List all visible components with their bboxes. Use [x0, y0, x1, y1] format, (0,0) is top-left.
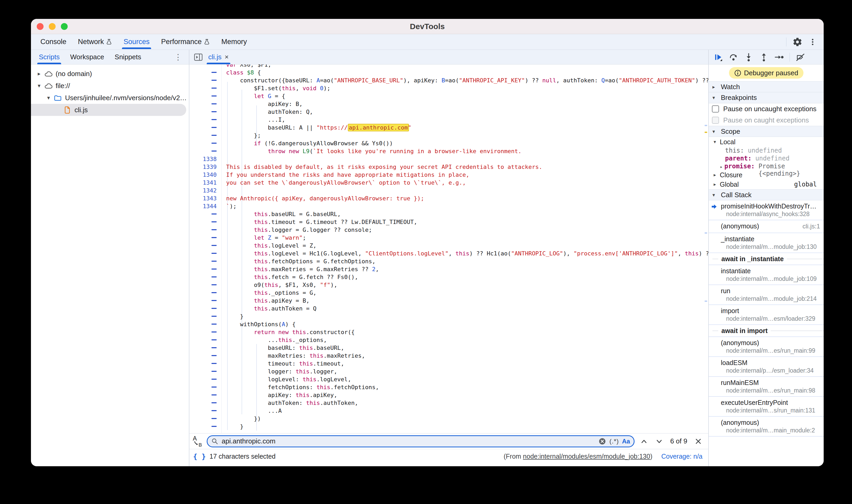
code-line[interactable]: class $8 {: [226, 69, 708, 76]
minimize-window-button[interactable]: [49, 23, 56, 30]
gutter-mapping-dash[interactable]: [190, 297, 221, 305]
code-line[interactable]: this.logLevel = Hc1(G.logLevel, "ClientO…: [226, 250, 708, 257]
next-match-button[interactable]: [653, 435, 665, 447]
gutter-mapping-dash[interactable]: [190, 132, 221, 140]
editor-tab-clijs[interactable]: cli.js ×: [205, 50, 232, 64]
gutter-mapping-dash[interactable]: [190, 344, 221, 352]
code-line[interactable]: this._options = G,: [226, 289, 708, 297]
call-stack-frame[interactable]: (anonymous)node:internal/m…es/run_main:9…: [709, 337, 824, 357]
code-line[interactable]: return new this.constructor({: [226, 328, 708, 336]
gutter-mapping-dash[interactable]: [190, 140, 221, 147]
code-line[interactable]: let Z = "warn";: [226, 234, 708, 242]
step-into-button[interactable]: [744, 52, 753, 62]
gutter-mapping-dash[interactable]: [190, 360, 221, 368]
gutter-mapping-dash[interactable]: [190, 210, 221, 218]
clear-search-icon[interactable]: [598, 437, 606, 445]
gutter-mapping-dash[interactable]: [190, 352, 221, 360]
code-line[interactable]: this.logger = G.logger ?? console;: [226, 226, 708, 234]
gutter-mapping-dash[interactable]: [190, 100, 221, 108]
callstack-section-header[interactable]: ▾ Call Stack: [709, 189, 824, 200]
gutter-mapping-dash[interactable]: [190, 85, 221, 92]
call-stack-frame[interactable]: loadESMnode:internal/p…/esm_loader:34: [709, 357, 824, 377]
gutter-mapping-dash[interactable]: [190, 415, 221, 423]
gutter-mapping-dash[interactable]: [190, 76, 221, 85]
code-line[interactable]: this.baseURL = G.baseURL,: [226, 210, 708, 218]
scope-global-section[interactable]: ▸ Global global: [709, 179, 824, 189]
gutter-mapping-dash[interactable]: [190, 376, 221, 383]
line-number-gutter[interactable]: 1338133913401341134213431344: [190, 65, 221, 431]
code-line[interactable]: maxRetries: this.maxRetries,: [226, 352, 708, 360]
gutter-mapping-dash[interactable]: [190, 92, 221, 100]
code-line[interactable]: timeout: this.timeout,: [226, 360, 708, 368]
gutter-mapping-dash[interactable]: [190, 116, 221, 124]
call-stack-frame[interactable]: instantiatenode:internal/m…module_job:10…: [709, 265, 824, 285]
navigator-tab-snippets[interactable]: Snippets: [109, 50, 146, 64]
previous-match-button[interactable]: [638, 435, 650, 447]
gutter-line-number[interactable]: [190, 65, 221, 69]
call-stack-frame[interactable]: (anonymous)node:internal/m…main_module:2: [709, 417, 824, 437]
gutter-mapping-dash[interactable]: [190, 234, 221, 242]
code-line[interactable]: o9(this, $F1, Xs0, "f"),: [226, 281, 708, 289]
code-line[interactable]: this.apiKey = B,: [226, 297, 708, 305]
code-line[interactable]: }: [226, 312, 708, 321]
call-stack-frame[interactable]: importnode:internal/m…esm/loader:329: [709, 305, 824, 325]
gutter-mapping-dash[interactable]: [190, 423, 221, 431]
code-line[interactable]: [226, 187, 708, 195]
scope-local-section[interactable]: ▾ Local: [709, 137, 824, 147]
gutter-mapping-dash[interactable]: [190, 257, 221, 265]
hide-navigator-button[interactable]: [192, 51, 205, 64]
gutter-mapping-dash[interactable]: [190, 273, 221, 281]
watch-section-header[interactable]: ▸ Watch: [709, 81, 824, 92]
code-line[interactable]: constructor({baseURL: A=ao("ANTHROPIC_BA…: [226, 76, 708, 85]
step-over-button[interactable]: [729, 52, 738, 62]
code-line[interactable]: if (!G.dangerouslyAllowBrowser && Ys0()): [226, 140, 708, 147]
code-line[interactable]: this.fetchOptions = G.fetchOptions,: [226, 257, 708, 265]
pause-uncaught-checkbox[interactable]: [712, 105, 719, 112]
settings-button[interactable]: [791, 36, 804, 48]
code-line[interactable]: apiKey: this.apiKey,: [226, 391, 708, 399]
call-stack-frame[interactable]: (anonymous)cli.js:1: [709, 220, 824, 233]
tree-expander-icon[interactable]: ▾: [45, 95, 52, 101]
code-line[interactable]: }: [226, 423, 708, 431]
zoom-window-button[interactable]: [61, 23, 68, 30]
code-editor[interactable]: 1338133913401341134213431344 var Xs0, $F…: [190, 65, 708, 433]
tree-item-file-[interactable]: ▾file://: [31, 80, 189, 92]
tree-item--no-domain-[interactable]: ▸(no domain): [31, 68, 189, 80]
gutter-line-number[interactable]: 1340: [190, 171, 221, 179]
code-line[interactable]: ...this._options,: [226, 336, 708, 344]
call-stack-frame[interactable]: runnode:internal/m…module_job:214: [709, 285, 824, 305]
gutter-line-number[interactable]: 1342: [190, 187, 221, 195]
tree-item-cli-js[interactable]: cli.js: [31, 104, 186, 116]
navigator-tab-scripts[interactable]: Scripts: [34, 50, 65, 64]
gutter-mapping-dash[interactable]: [190, 336, 221, 344]
code-line[interactable]: new Anthropic({ apiKey, dangerouslyAllow…: [226, 195, 708, 202]
gutter-line-number[interactable]: 1341: [190, 179, 221, 187]
gutter-mapping-dash[interactable]: [190, 399, 221, 407]
breakpoints-section-header[interactable]: ▾ Breakpoints: [709, 92, 824, 103]
gutter-mapping-dash[interactable]: [190, 328, 221, 336]
main-tab-sources[interactable]: Sources: [118, 34, 155, 50]
code-line[interactable]: ...I,: [226, 116, 708, 124]
code-line[interactable]: apiKey: B,: [226, 100, 708, 108]
gutter-line-number[interactable]: 1338: [190, 155, 221, 163]
code-line[interactable]: logger: this.logger,: [226, 368, 708, 376]
close-window-button[interactable]: [37, 23, 43, 30]
gutter-mapping-dash[interactable]: [190, 124, 221, 132]
code-line[interactable]: }): [226, 415, 708, 423]
close-tab-icon[interactable]: ×: [225, 53, 229, 61]
tree-expander-icon[interactable]: ▾: [35, 83, 43, 89]
gutter-mapping-dash[interactable]: [190, 407, 221, 415]
code-line[interactable]: this.authToken = Q: [226, 305, 708, 312]
code-line[interactable]: throw new L9(`It looks like you're runni…: [226, 147, 708, 155]
gutter-mapping-dash[interactable]: [190, 250, 221, 257]
main-tab-memory[interactable]: Memory: [216, 34, 253, 50]
code-line[interactable]: If you understand the risks and have app…: [226, 171, 708, 179]
more-options-button[interactable]: [806, 36, 819, 48]
gutter-mapping-dash[interactable]: [190, 305, 221, 312]
pause-uncaught-row[interactable]: Pause on uncaught exceptions: [709, 103, 824, 114]
gutter-mapping-dash[interactable]: [190, 147, 221, 155]
code-line[interactable]: you can set the \`dangerouslyAllowBrowse…: [226, 179, 708, 187]
code-line[interactable]: var Xs0, $F1;: [226, 65, 708, 69]
step-out-button[interactable]: [759, 52, 768, 62]
code-line[interactable]: `);: [226, 202, 708, 210]
